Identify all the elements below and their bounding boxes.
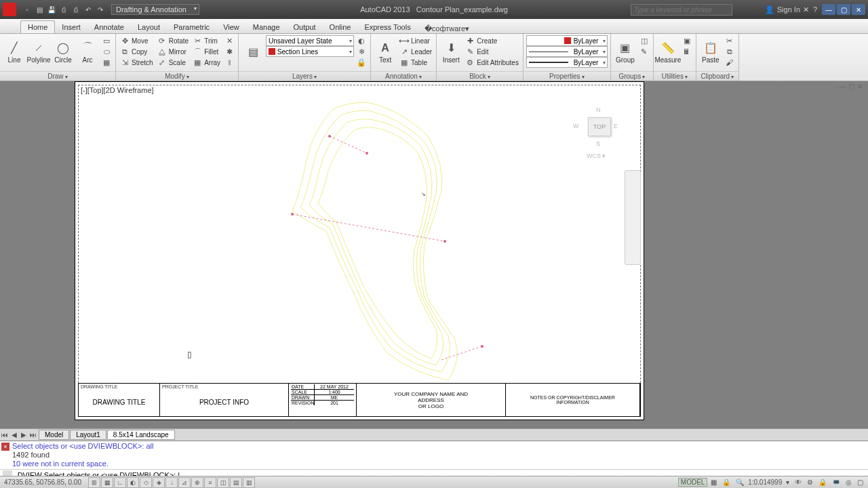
move-button[interactable]: ✥Move	[119, 35, 155, 46]
polar-toggle[interactable]: ◐	[127, 477, 139, 488]
group-edit-button[interactable]: ✎	[638, 46, 650, 57]
tab-home[interactable]: Home	[20, 20, 55, 33]
tab-view[interactable]: View	[216, 21, 246, 33]
tab-nav-next-icon[interactable]: ▶	[19, 431, 28, 439]
exchange-icon[interactable]: ✕	[803, 5, 809, 14]
annotation-visibility-icon[interactable]: 👁	[793, 479, 804, 486]
osnap-toggle[interactable]: ◇	[140, 477, 152, 488]
layout-tab-landscape[interactable]: 8.5x14 Landscape	[107, 430, 175, 440]
doc-max-icon[interactable]: ▢	[848, 83, 854, 90]
ungroup-button[interactable]: ◫	[638, 35, 650, 46]
search-input[interactable]	[631, 4, 732, 16]
tab-layout[interactable]: Layout	[131, 21, 167, 33]
tab-insert[interactable]: Insert	[55, 21, 87, 33]
create-block-button[interactable]: ✚Create	[464, 35, 520, 46]
edit-attr-button[interactable]: ⚙Edit Attributes	[464, 57, 520, 68]
qat-saveas-icon[interactable]: ⎙	[58, 4, 69, 15]
panel-title-clipboard[interactable]: Clipboard	[696, 71, 738, 81]
ellipse-button[interactable]: ⬭	[100, 46, 113, 57]
linetype-combo[interactable]: ByLayer	[526, 46, 608, 57]
layer-iso-button[interactable]: ◐	[355, 35, 368, 46]
panel-title-annotation[interactable]: Annotation	[371, 71, 436, 81]
cut-button[interactable]: ✂	[724, 35, 736, 46]
annotation-scale[interactable]: 🔍 1:0.014999 ▾	[734, 479, 791, 486]
select-all-button[interactable]: ▣	[681, 35, 693, 46]
line-button[interactable]: ╱Line	[3, 35, 26, 68]
tab-focus-icon[interactable]: �софтware▾	[425, 24, 469, 33]
ortho-toggle[interactable]: ∟	[114, 477, 126, 488]
layer-state-combo[interactable]: Unsaved Layer State	[266, 35, 354, 46]
fillet-button[interactable]: ⌒Fillet	[191, 46, 222, 57]
isolate-objects-icon[interactable]: ◎	[844, 479, 854, 486]
navigation-bar[interactable]	[625, 170, 641, 265]
rotate-button[interactable]: ⟳Rotate	[156, 35, 190, 46]
tab-annotate[interactable]: Annotate	[87, 21, 131, 33]
status-grid-icon[interactable]: ▦	[709, 479, 719, 486]
quick-calc-button[interactable]: 🖩	[681, 46, 693, 57]
3dosnap-toggle[interactable]: ◈	[153, 477, 165, 488]
model-space-button[interactable]: MODEL	[678, 478, 708, 487]
maximize-button[interactable]: ▢	[837, 4, 850, 15]
mirror-button[interactable]: ⧋Mirror	[156, 46, 190, 57]
viewport-label[interactable]: [-][Top][2D Wireframe]	[81, 86, 154, 94]
tab-manage[interactable]: Manage	[246, 21, 287, 33]
lineweight-combo[interactable]: ByLayer	[526, 57, 608, 68]
qat-redo-icon[interactable]: ↷	[95, 4, 106, 15]
polyline-button[interactable]: ⟋Polyline	[27, 35, 50, 68]
explode-button[interactable]: ✱	[223, 46, 235, 57]
ducs-toggle[interactable]: ⊿	[178, 477, 191, 488]
signin-button[interactable]: 👤 Sign In	[765, 5, 800, 14]
qat-plot-icon[interactable]: ⎙	[71, 4, 81, 15]
viewcube-east[interactable]: E	[614, 123, 618, 129]
layout-tab-layout1[interactable]: Layout1	[70, 430, 106, 440]
help-search[interactable]	[631, 4, 732, 16]
tab-nav-last-icon[interactable]: ⏭	[28, 431, 38, 439]
circle-button[interactable]: ◯Circle	[52, 35, 75, 68]
panel-title-properties[interactable]: Properties	[524, 71, 610, 81]
panel-title-utilities[interactable]: Utilities	[654, 71, 696, 81]
toolbar-lock-icon[interactable]: 🔒	[816, 479, 829, 486]
tab-parametric[interactable]: Parametric	[167, 21, 216, 33]
viewcube[interactable]: N S W E TOP WCS ▾	[576, 109, 623, 170]
arc-button[interactable]: ⌒Arc	[76, 35, 99, 68]
match-prop-button[interactable]: 🖌	[724, 57, 736, 68]
tab-nav-prev-icon[interactable]: ◀	[9, 431, 19, 439]
panel-title-layers[interactable]: Layers	[239, 71, 370, 81]
viewcube-wcs[interactable]: WCS ▾	[587, 152, 606, 159]
layer-freeze-button[interactable]: ❄	[355, 46, 368, 57]
qat-new-icon[interactable]: ▫	[22, 4, 33, 15]
erase-button[interactable]: ✕	[223, 35, 235, 46]
doc-min-icon[interactable]: —	[839, 83, 846, 90]
text-button[interactable]: AText	[374, 35, 397, 68]
table-button[interactable]: ▦Table	[398, 57, 433, 68]
viewcube-west[interactable]: W	[573, 123, 579, 129]
leader-button[interactable]: ↗Leader	[398, 46, 433, 57]
command-window[interactable]: × Select objects or <use DVIEWBLOCK>: al…	[0, 441, 868, 476]
workspace-switch-icon[interactable]: ⚙	[805, 479, 815, 486]
panel-title-draw[interactable]: Draw	[0, 71, 115, 81]
trim-button[interactable]: ✂Trim	[191, 35, 222, 46]
copy-button[interactable]: ⧉Copy	[119, 46, 155, 57]
clean-screen-icon[interactable]: ▢	[855, 479, 865, 486]
qp-toggle[interactable]: ▤	[230, 477, 242, 488]
status-lock-icon[interactable]: 🔒	[720, 479, 732, 486]
measure-button[interactable]: 📏Measure	[656, 35, 679, 68]
tab-express[interactable]: Express Tools	[357, 21, 417, 33]
coordinates-readout[interactable]: 47335.65, 50756.85, 0.00	[0, 479, 88, 486]
cmd-close-icon[interactable]: ×	[1, 443, 9, 451]
drawing-area[interactable]: — ▢ ✕ [-][Top][2D Wireframe] N S W E TOP…	[0, 81, 868, 434]
layer-lock-button[interactable]: 🔒	[355, 57, 368, 68]
layer-properties-button[interactable]: ▤	[241, 35, 264, 68]
tab-nav-first-icon[interactable]: ⏮	[0, 431, 9, 439]
otrack-toggle[interactable]: ⟂	[165, 477, 178, 488]
stretch-button[interactable]: ⇲Stretch	[119, 57, 155, 68]
scale-button[interactable]: ⤢Scale	[156, 57, 190, 68]
minimize-button[interactable]: —	[822, 4, 835, 15]
hardware-accel-icon[interactable]: 💻	[830, 479, 842, 486]
edit-block-button[interactable]: ✎Edit	[464, 46, 520, 57]
layer-current-combo[interactable]: Section Lines	[266, 46, 354, 57]
hatch-button[interactable]: ▦	[100, 57, 113, 68]
workspace-selector[interactable]: Drafting & Annotation	[111, 4, 199, 15]
tab-online[interactable]: Online	[323, 21, 358, 33]
help-icon[interactable]: ?	[813, 5, 817, 14]
